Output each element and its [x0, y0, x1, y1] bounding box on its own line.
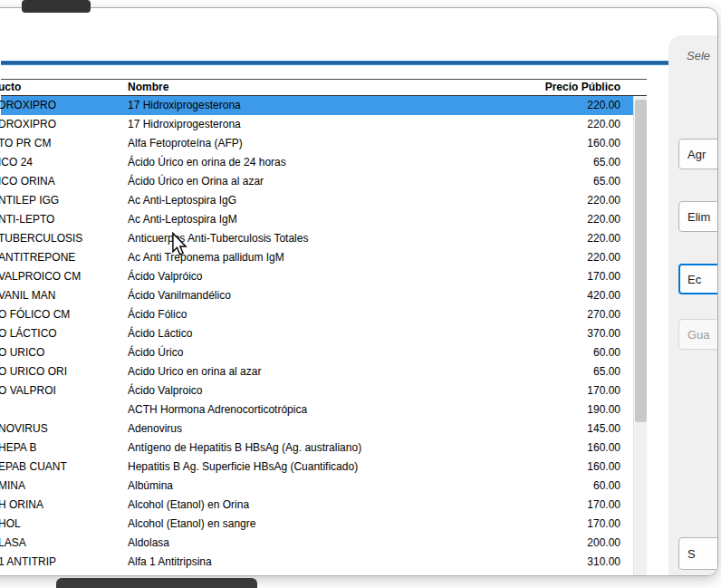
cell-nombre: 17 Hidroxiprogesterona [128, 96, 537, 115]
table-row[interactable]: HOLAlcohol (Etanol) en sangre170.00 [1, 515, 633, 534]
cell-precio: 60.00 [593, 343, 620, 362]
cell-nombre: Ácido Úrico [128, 343, 537, 362]
cell-nombre: Ac Anti-Leptospira IgM [128, 210, 537, 229]
cell-producto: 1 ANTITRIP [0, 553, 121, 572]
cell-nombre: Ac Anti-Leptospira IgG [128, 191, 537, 210]
table-body: DROXIPRO17 Hidroxiprogesterona220.00DROX… [1, 96, 633, 576]
table-row[interactable]: DROXIPRO17 Hidroxiprogesterona220.00 [1, 96, 633, 115]
table-row[interactable]: VANIL MANÁcido Vanilmandélico420.00 [1, 286, 633, 305]
cell-nombre: 17 Hidroxiprogesterona [128, 115, 537, 134]
cell-precio: 370.00 [587, 324, 620, 343]
cell-producto: VALPROICO CM [0, 267, 121, 286]
cell-nombre: Ácido Úrico en Orina al azar [128, 172, 537, 191]
cell-nombre: Alcohol (Etanol) en Orina [128, 496, 537, 515]
cell-producto: O URICO ORI [0, 362, 121, 381]
cell-precio: 220.00 [587, 248, 620, 267]
table-row[interactable]: 1 ANTITRIPAlfa 1 Antitripsina310.00 [1, 553, 633, 572]
table-row[interactable]: NTI-LEPTOAc Anti-Leptospira IgM220.00 [1, 210, 633, 229]
cell-producto: O URICO [0, 343, 121, 362]
cell-precio: 220.00 [587, 210, 620, 229]
cell-precio: 145.00 [587, 419, 620, 439]
table-row[interactable]: O LÁCTICOÁcido Láctico370.00 [1, 324, 633, 343]
cell-nombre: Ácido Valproico [128, 381, 537, 400]
cell-nombre: Ácido Láctico [128, 324, 537, 343]
cell-nombre: Aldolasa [128, 534, 537, 553]
cell-producto: O LÁCTICO [0, 324, 121, 343]
column-header-precio[interactable]: Precio Público [545, 80, 620, 95]
cell-precio: 170.00 [587, 267, 620, 286]
cell-producto: H ORINA [0, 496, 121, 515]
table-row[interactable]: MINAAlbúmina60.00 [1, 477, 633, 496]
cell-nombre: Antígeno de Hepatitis B HBsAg (Ag. austr… [128, 439, 537, 458]
eliminar-button[interactable]: Elim [678, 201, 718, 232]
table-row[interactable]: NTILEP IGGAc Anti-Leptospira IgG220.00 [1, 191, 633, 210]
cell-producto: HOL [0, 515, 121, 534]
table-row[interactable]: NOVIRUSAdenovirus145.00 [1, 419, 633, 439]
search-underline [1, 61, 668, 65]
cell-producto: EPAB CUANT [0, 458, 121, 477]
table-row[interactable]: ACTH Hormona Adrenocorticotrópica190.00 [1, 400, 633, 419]
app-window: ucto Nombre Precio Público DROXIPRO17 Hi… [0, 7, 718, 576]
cell-producto: O VALPROI [0, 381, 121, 400]
cell-producto: NTI-LEPTO [0, 210, 121, 229]
cell-precio: 65.00 [593, 362, 620, 381]
table-row[interactable]: EPAB CUANTHepatitis B Ag. Superficie HBs… [1, 458, 633, 477]
cell-producto: TUBERCULOSIS [0, 229, 121, 248]
table-header: ucto Nombre Precio Público [1, 79, 647, 96]
cell-precio: 420.00 [587, 286, 620, 305]
table-row[interactable]: ICO ORINAÁcido Úrico en Orina al azar65.… [1, 172, 633, 191]
table-row[interactable]: TO PR CMAlfa Fetoproteína (AFP)160.00 [1, 134, 633, 153]
table-row[interactable]: O URICOÁcido Úrico60.00 [1, 343, 633, 362]
cell-precio: 160.00 [587, 439, 620, 458]
table-row[interactable]: ICO 24Ácido Úrico en orina de 24 horas65… [1, 153, 633, 172]
table-row[interactable]: O VALPROIÁcido Valproico170.00 [1, 381, 633, 400]
cell-nombre: Hepatitis B Ag. Superficie HBsAg (Cuanti… [128, 458, 537, 477]
cell-producto: DROXIPRO [0, 115, 121, 134]
cell-nombre: Alcohol (Etanol) en sangre [128, 515, 537, 534]
salir-button[interactable]: S [678, 537, 718, 570]
cell-nombre: Ácido Úrico en orina de 24 horas [128, 153, 537, 172]
cell-precio: 220.00 [587, 115, 620, 134]
cell-precio: 160.00 [587, 134, 620, 153]
guardar-button: Gua [678, 319, 718, 350]
cell-producto: O FÓLICO CM [0, 305, 121, 324]
cell-precio: 200.00 [587, 534, 620, 553]
agregar-button[interactable]: Agr [678, 139, 718, 169]
side-panel: Sele Agr Elim Ec Gua S [668, 35, 717, 575]
cell-producto: LASA [0, 534, 121, 553]
cell-precio: 220.00 [587, 229, 620, 248]
table-row[interactable]: HEPA BAntígeno de Hepatitis B HBsAg (Ag.… [1, 439, 633, 458]
table-row[interactable]: O FÓLICO CMÁcido Fólico270.00 [1, 305, 633, 324]
column-header-producto[interactable]: ucto [0, 80, 21, 95]
table-row[interactable]: ANTITREPONEAc Anti Treponema pallidum Ig… [1, 248, 633, 267]
cell-producto: HEPA B [0, 439, 121, 458]
scrollbar-thumb[interactable] [635, 100, 647, 422]
cell-nombre: Acido Urico en orina al azar [128, 362, 537, 381]
table-row[interactable]: H ORINAAlcohol (Etanol) en Orina170.00 [1, 496, 633, 515]
cell-precio: 65.00 [593, 172, 620, 191]
table-row[interactable]: O URICO ORIAcido Urico en orina al azar6… [1, 362, 633, 381]
cell-producto: NTILEP IGG [0, 191, 121, 210]
cell-producto: ICO 24 [0, 153, 121, 172]
table-row[interactable]: TUBERCULOSISAnticuerpos Anti-Tuberculosi… [1, 229, 633, 248]
vertical-scrollbar[interactable] [633, 96, 647, 576]
column-header-nombre[interactable]: Nombre [128, 80, 168, 95]
cell-producto: MINA [0, 477, 121, 496]
cell-nombre: Alfa 1 Antitripsina [128, 553, 537, 572]
cell-precio: 270.00 [587, 305, 620, 324]
cell-nombre: Alfa Fetoproteína (AFP) [128, 134, 537, 153]
cell-nombre: Ac Anti Treponema pallidum IgM [128, 248, 537, 267]
table-row[interactable]: LASAAldolasa200.00 [1, 534, 633, 553]
cell-precio: 190.00 [587, 400, 620, 419]
cell-precio: 310.00 [587, 553, 620, 572]
cell-producto: ANTITREPONE [0, 248, 121, 267]
search-input[interactable] [3, 19, 667, 59]
cell-precio: 220.00 [587, 191, 620, 210]
editar-button[interactable]: Ec [678, 264, 718, 294]
cell-nombre: Albúmina [128, 477, 537, 496]
table-row[interactable]: VALPROICO CMÁcido Valpróico170.00 [1, 267, 633, 286]
cell-precio: 170.00 [587, 381, 620, 400]
table-row[interactable]: DROXIPRO17 Hidroxiprogesterona220.00 [1, 115, 633, 134]
panel-label: Sele [687, 49, 710, 63]
background-window-fragment-top [22, 0, 91, 13]
